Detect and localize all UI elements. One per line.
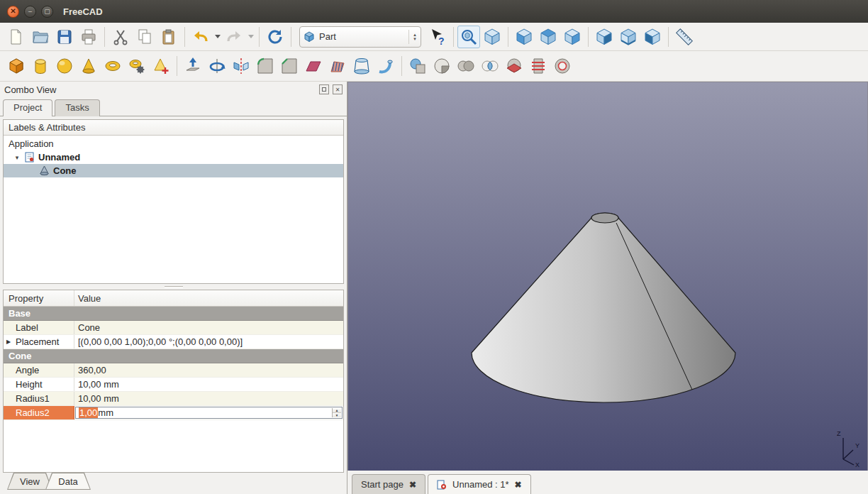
tree-item-application[interactable]: Application	[4, 137, 343, 150]
right-view-button[interactable]	[560, 25, 584, 49]
property-row-label[interactable]: Label Cone	[4, 321, 343, 335]
tab-close-icon[interactable]: ✖	[515, 480, 522, 490]
intersection-button[interactable]	[478, 54, 502, 78]
redo-button[interactable]	[222, 25, 246, 49]
toolbar-separator	[184, 27, 185, 47]
box-button[interactable]	[4, 54, 28, 78]
extrude-button[interactable]	[181, 54, 205, 78]
primitives-icon	[128, 57, 146, 75]
sphere-button[interactable]	[52, 54, 77, 78]
spin-up-button[interactable]: ▲	[333, 408, 341, 413]
property-row-height[interactable]: Height 10,00 mm	[4, 378, 343, 392]
section-button[interactable]	[502, 54, 526, 78]
property-row-radius2[interactable]: Radius2 1,00 mm ▲ ▼	[4, 406, 343, 420]
tab-tasks[interactable]: Tasks	[55, 99, 99, 116]
top-view-button[interactable]	[536, 25, 560, 49]
ruled-surface-button[interactable]	[326, 54, 350, 78]
fillet-button[interactable]	[253, 54, 277, 78]
right-view-icon	[563, 28, 582, 46]
union-icon	[457, 57, 475, 75]
property-view-tabs: View Data	[0, 473, 347, 494]
create-primitives-button[interactable]	[125, 54, 149, 78]
left-view-button[interactable]	[640, 25, 664, 49]
cut-button[interactable]	[108, 25, 133, 49]
tree-view[interactable]: Application ▾ Unnamed Cone	[4, 136, 343, 283]
revolve-button[interactable]	[205, 54, 229, 78]
whats-this-button[interactable]: ?	[425, 25, 450, 49]
measure-distance-button[interactable]	[672, 25, 696, 49]
boolean-button[interactable]	[406, 54, 430, 78]
make-face-button[interactable]	[301, 54, 326, 78]
thickness-button[interactable]	[550, 54, 574, 78]
bottom-view-button[interactable]	[616, 25, 640, 49]
tab-start-page[interactable]: Start page ✖	[352, 474, 425, 494]
3d-viewport[interactable]: Z Y X	[347, 82, 868, 471]
sweep-button[interactable]	[374, 54, 398, 78]
property-row-placement[interactable]: ▶Placement [(0,00 0,00 1,00);0,00 °;(0,0…	[4, 335, 343, 349]
tab-close-icon[interactable]: ✖	[409, 480, 416, 490]
mirror-button[interactable]	[229, 54, 253, 78]
window-maximize-icon: ▢	[44, 9, 50, 15]
tab-unnamed-document[interactable]: Unnamed : 1* ✖	[428, 474, 531, 494]
sweep-icon	[377, 57, 395, 75]
window-minimize-button[interactable]: –	[24, 6, 36, 18]
cross-sections-button[interactable]	[526, 54, 550, 78]
part-toolbar	[0, 51, 868, 82]
new-document-button[interactable]	[4, 25, 28, 49]
property-editor: Property Value Base Label Cone ▶Placemen…	[3, 290, 344, 473]
tree-column-header: Labels & Attributes	[4, 120, 343, 136]
tab-data[interactable]: Data	[45, 473, 91, 490]
dropdown-arrow-icon	[248, 35, 254, 38]
cone-button[interactable]	[77, 54, 101, 78]
expander-open-icon[interactable]: ▾	[13, 154, 21, 161]
fit-all-button[interactable]	[457, 26, 480, 48]
axonometric-view-button[interactable]	[480, 25, 504, 49]
property-row-radius1[interactable]: Radius1 10,00 mm	[4, 392, 343, 406]
workbench-selected-label: Part	[319, 31, 404, 42]
tree-item-cone[interactable]: Cone	[4, 164, 343, 177]
cylinder-button[interactable]	[28, 54, 52, 78]
radius2-input[interactable]: 1,00 mm ▲ ▼	[75, 407, 343, 419]
panel-splitter[interactable]	[0, 284, 347, 290]
boolean-cut-button[interactable]	[430, 54, 454, 78]
revolve-icon	[208, 57, 226, 75]
rear-view-button[interactable]	[592, 25, 616, 49]
tab-unnamed-label: Unnamed : 1*	[452, 479, 509, 490]
undo-dropdown-button[interactable]	[213, 25, 222, 49]
main-area: Combo View ✕ Project Tasks Labels & Attr…	[0, 82, 868, 494]
paste-icon	[160, 28, 178, 46]
shape-builder-button[interactable]	[149, 54, 173, 78]
tab-view[interactable]: View	[7, 473, 52, 490]
torus-button[interactable]	[101, 54, 125, 78]
top-view-icon	[539, 28, 557, 46]
paste-button[interactable]	[157, 25, 181, 49]
workbench-selector[interactable]: Part ▲▼	[299, 26, 421, 48]
copy-button[interactable]	[133, 25, 157, 49]
undo-button[interactable]	[189, 25, 213, 49]
axis-y-label: Y	[855, 442, 859, 449]
open-document-button[interactable]	[28, 25, 52, 49]
redo-dropdown-button[interactable]	[246, 25, 255, 49]
save-document-button[interactable]	[52, 25, 77, 49]
property-row-angle[interactable]: Angle 360,00	[4, 363, 343, 378]
loft-button[interactable]	[350, 54, 374, 78]
window-maximize-button[interactable]: ▢	[41, 6, 53, 18]
rear-view-icon	[595, 28, 613, 46]
tab-project[interactable]: Project	[3, 99, 52, 116]
refresh-button[interactable]	[263, 25, 287, 49]
union-button[interactable]	[454, 54, 478, 78]
toolbar-separator	[588, 27, 589, 47]
panel-close-button[interactable]: ✕	[333, 84, 343, 94]
radius2-unit: mm	[98, 407, 113, 418]
cone-3d-object[interactable]	[455, 199, 745, 412]
panel-undock-button[interactable]	[319, 84, 329, 94]
tab-start-page-label: Start page	[361, 479, 404, 490]
print-button[interactable]	[77, 25, 101, 49]
document-tabs: Start page ✖ Unnamed : 1* ✖	[347, 471, 868, 494]
tree-item-document[interactable]: ▾ Unnamed	[4, 150, 343, 164]
spin-down-button[interactable]: ▼	[333, 413, 341, 417]
front-view-button[interactable]	[512, 25, 536, 49]
window-close-button[interactable]: ✕	[7, 6, 19, 18]
expander-closed-icon[interactable]: ▶	[6, 339, 11, 345]
chamfer-button[interactable]	[277, 54, 301, 78]
